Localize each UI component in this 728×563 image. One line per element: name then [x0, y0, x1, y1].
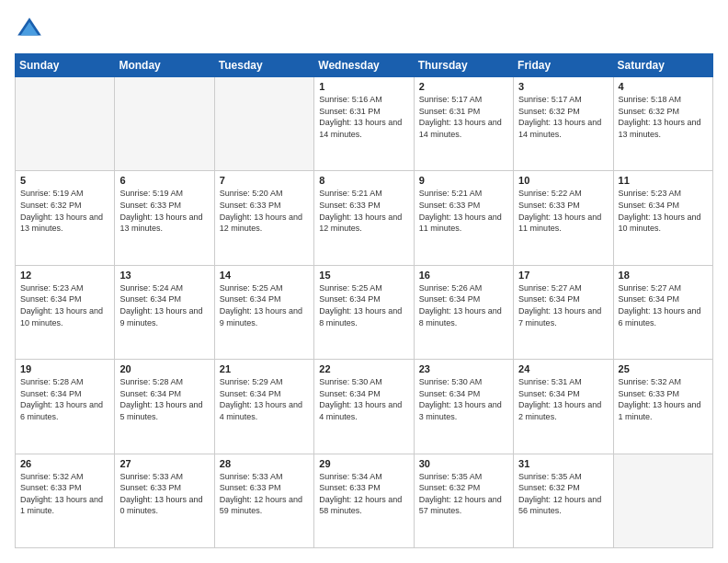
logo-icon [15, 15, 44, 44]
day-info: Sunrise: 5:19 AMSunset: 6:32 PMDaylight:… [20, 189, 103, 233]
calendar-cell: 27 Sunrise: 5:33 AMSunset: 6:33 PMDaylig… [115, 454, 214, 547]
day-info: Sunrise: 5:16 AMSunset: 6:31 PMDaylight:… [319, 95, 402, 139]
day-number: 13 [119, 270, 209, 281]
day-info: Sunrise: 5:27 AMSunset: 6:34 PMDaylight:… [619, 283, 701, 327]
calendar-cell [214, 77, 313, 171]
calendar-cell: 1 Sunrise: 5:16 AMSunset: 6:31 PMDayligh… [314, 77, 414, 171]
calendar-cell: 18 Sunrise: 5:27 AMSunset: 6:34 PMDaylig… [613, 265, 712, 359]
page: SundayMondayTuesdayWednesdayThursdayFrid… [0, 0, 728, 563]
day-info: Sunrise: 5:20 AMSunset: 6:33 PMDaylight:… [220, 189, 302, 233]
calendar-cell: 17 Sunrise: 5:27 AMSunset: 6:34 PMDaylig… [514, 265, 613, 359]
day-info: Sunrise: 5:17 AMSunset: 6:32 PMDaylight:… [518, 95, 601, 139]
day-number: 9 [419, 175, 508, 186]
day-number: 23 [419, 363, 508, 374]
day-info: Sunrise: 5:34 AMSunset: 6:33 PMDaylight:… [319, 472, 402, 516]
day-number: 29 [319, 458, 408, 469]
day-number: 30 [419, 458, 508, 469]
calendar-cell: 6 Sunrise: 5:19 AMSunset: 6:33 PMDayligh… [115, 171, 214, 265]
calendar-cell: 4 Sunrise: 5:18 AMSunset: 6:32 PMDayligh… [613, 77, 712, 171]
day-number: 28 [220, 458, 309, 469]
day-number: 7 [220, 175, 309, 186]
calendar-cell: 13 Sunrise: 5:24 AMSunset: 6:34 PMDaylig… [115, 265, 214, 359]
day-number: 11 [619, 175, 708, 186]
calendar-cell [115, 77, 214, 171]
day-number: 26 [20, 458, 109, 469]
day-info: Sunrise: 5:28 AMSunset: 6:34 PMDaylight:… [20, 377, 103, 421]
day-info: Sunrise: 5:23 AMSunset: 6:34 PMDaylight:… [619, 189, 701, 233]
day-info: Sunrise: 5:31 AMSunset: 6:34 PMDaylight:… [518, 377, 601, 421]
day-info: Sunrise: 5:23 AMSunset: 6:34 PMDaylight:… [20, 283, 103, 327]
day-info: Sunrise: 5:28 AMSunset: 6:34 PMDaylight:… [119, 377, 202, 421]
calendar-cell: 23 Sunrise: 5:30 AMSunset: 6:34 PMDaylig… [414, 360, 513, 454]
day-info: Sunrise: 5:25 AMSunset: 6:34 PMDaylight:… [220, 283, 302, 327]
calendar-table: SundayMondayTuesdayWednesdayThursdayFrid… [15, 53, 713, 548]
day-number: 14 [220, 270, 309, 281]
calendar-cell: 2 Sunrise: 5:17 AMSunset: 6:31 PMDayligh… [414, 77, 513, 171]
calendar-cell: 10 Sunrise: 5:22 AMSunset: 6:33 PMDaylig… [514, 171, 613, 265]
day-info: Sunrise: 5:21 AMSunset: 6:33 PMDaylight:… [319, 189, 402, 233]
calendar-cell: 30 Sunrise: 5:35 AMSunset: 6:32 PMDaylig… [414, 454, 513, 547]
calendar-cell: 31 Sunrise: 5:35 AMSunset: 6:32 PMDaylig… [514, 454, 613, 547]
day-info: Sunrise: 5:29 AMSunset: 6:34 PMDaylight:… [220, 377, 302, 421]
calendar-cell: 28 Sunrise: 5:33 AMSunset: 6:33 PMDaylig… [214, 454, 313, 547]
calendar-cell: 9 Sunrise: 5:21 AMSunset: 6:33 PMDayligh… [414, 171, 513, 265]
weekday-header-thursday: Thursday [414, 54, 513, 77]
day-number: 6 [119, 175, 209, 186]
weekday-header-saturday: Saturday [613, 54, 712, 77]
calendar-week-5: 26 Sunrise: 5:32 AMSunset: 6:33 PMDaylig… [16, 454, 713, 547]
day-info: Sunrise: 5:30 AMSunset: 6:34 PMDaylight:… [319, 377, 402, 421]
calendar-cell: 21 Sunrise: 5:29 AMSunset: 6:34 PMDaylig… [214, 360, 313, 454]
calendar-cell: 7 Sunrise: 5:20 AMSunset: 6:33 PMDayligh… [214, 171, 313, 265]
calendar-cell: 25 Sunrise: 5:32 AMSunset: 6:33 PMDaylig… [613, 360, 712, 454]
header [15, 15, 713, 44]
day-number: 2 [419, 81, 508, 92]
day-number: 3 [518, 81, 608, 92]
day-number: 5 [20, 175, 109, 186]
calendar-cell: 15 Sunrise: 5:25 AMSunset: 6:34 PMDaylig… [314, 265, 414, 359]
day-number: 15 [319, 270, 408, 281]
day-info: Sunrise: 5:30 AMSunset: 6:34 PMDaylight:… [419, 377, 502, 421]
day-info: Sunrise: 5:17 AMSunset: 6:31 PMDaylight:… [419, 95, 502, 139]
day-info: Sunrise: 5:25 AMSunset: 6:34 PMDaylight:… [319, 283, 402, 327]
calendar-cell: 14 Sunrise: 5:25 AMSunset: 6:34 PMDaylig… [214, 265, 313, 359]
calendar-week-4: 19 Sunrise: 5:28 AMSunset: 6:34 PMDaylig… [16, 360, 713, 454]
day-number: 10 [518, 175, 608, 186]
calendar-week-2: 5 Sunrise: 5:19 AMSunset: 6:32 PMDayligh… [16, 171, 713, 265]
day-number: 8 [319, 175, 408, 186]
day-number: 24 [518, 363, 608, 374]
day-info: Sunrise: 5:32 AMSunset: 6:33 PMDaylight:… [619, 377, 701, 421]
calendar-week-1: 1 Sunrise: 5:16 AMSunset: 6:31 PMDayligh… [16, 77, 713, 171]
day-info: Sunrise: 5:24 AMSunset: 6:34 PMDaylight:… [119, 283, 202, 327]
calendar-cell: 3 Sunrise: 5:17 AMSunset: 6:32 PMDayligh… [514, 77, 613, 171]
day-number: 27 [119, 458, 209, 469]
calendar-week-3: 12 Sunrise: 5:23 AMSunset: 6:34 PMDaylig… [16, 265, 713, 359]
day-info: Sunrise: 5:33 AMSunset: 6:33 PMDaylight:… [220, 472, 302, 516]
calendar-cell: 20 Sunrise: 5:28 AMSunset: 6:34 PMDaylig… [115, 360, 214, 454]
calendar-cell: 29 Sunrise: 5:34 AMSunset: 6:33 PMDaylig… [314, 454, 414, 547]
calendar-header-row: SundayMondayTuesdayWednesdayThursdayFrid… [16, 54, 713, 77]
day-number: 12 [20, 270, 109, 281]
calendar-cell [16, 77, 115, 171]
calendar-cell: 5 Sunrise: 5:19 AMSunset: 6:32 PMDayligh… [16, 171, 115, 265]
day-info: Sunrise: 5:35 AMSunset: 6:32 PMDaylight:… [419, 472, 502, 516]
calendar-cell [613, 454, 712, 547]
calendar-cell: 19 Sunrise: 5:28 AMSunset: 6:34 PMDaylig… [16, 360, 115, 454]
day-info: Sunrise: 5:32 AMSunset: 6:33 PMDaylight:… [20, 472, 103, 516]
day-number: 4 [619, 81, 708, 92]
calendar-cell: 16 Sunrise: 5:26 AMSunset: 6:34 PMDaylig… [414, 265, 513, 359]
day-info: Sunrise: 5:22 AMSunset: 6:33 PMDaylight:… [518, 189, 601, 233]
calendar-cell: 8 Sunrise: 5:21 AMSunset: 6:33 PMDayligh… [314, 171, 414, 265]
day-number: 17 [518, 270, 608, 281]
day-number: 31 [518, 458, 608, 469]
day-number: 19 [20, 363, 109, 374]
calendar-cell: 22 Sunrise: 5:30 AMSunset: 6:34 PMDaylig… [314, 360, 414, 454]
day-info: Sunrise: 5:21 AMSunset: 6:33 PMDaylight:… [419, 189, 502, 233]
logo [15, 15, 50, 44]
day-info: Sunrise: 5:35 AMSunset: 6:32 PMDaylight:… [518, 472, 601, 516]
calendar-cell: 11 Sunrise: 5:23 AMSunset: 6:34 PMDaylig… [613, 171, 712, 265]
day-info: Sunrise: 5:26 AMSunset: 6:34 PMDaylight:… [419, 283, 502, 327]
day-info: Sunrise: 5:27 AMSunset: 6:34 PMDaylight:… [518, 283, 601, 327]
day-info: Sunrise: 5:18 AMSunset: 6:32 PMDaylight:… [619, 95, 701, 139]
weekday-header-sunday: Sunday [16, 54, 115, 77]
day-number: 1 [319, 81, 408, 92]
